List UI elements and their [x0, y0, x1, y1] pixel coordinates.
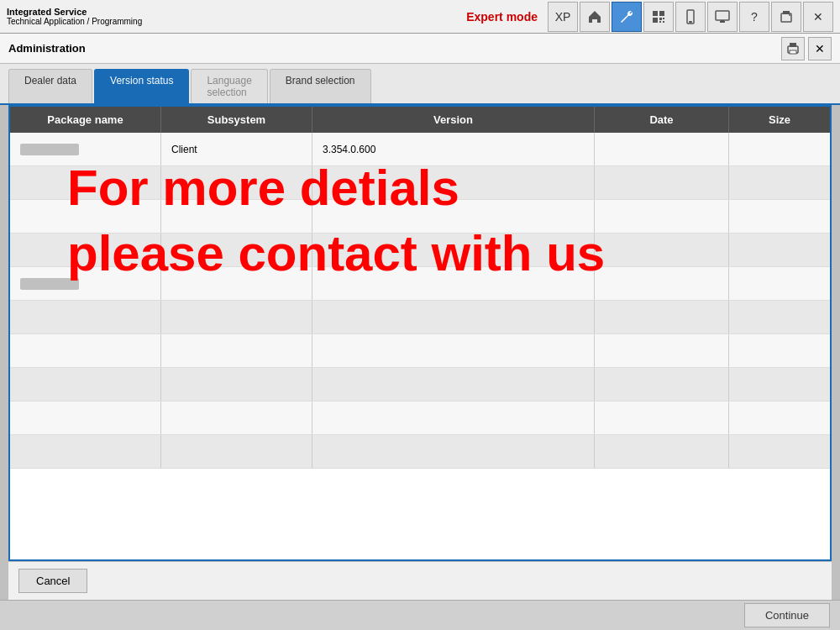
blurred-package-name — [20, 144, 79, 155]
svg-rect-4 — [663, 21, 664, 23]
svg-rect-17 — [790, 50, 796, 54]
svg-rect-8 — [689, 21, 692, 23]
table-cell — [595, 267, 729, 300]
table-cell-subsystem: Client — [161, 133, 312, 165]
table-cell — [161, 368, 312, 401]
table-cell — [312, 368, 595, 401]
table-cell — [312, 234, 595, 266]
table-cell — [729, 368, 830, 401]
tab-brand-selection[interactable]: Brand selection — [270, 69, 371, 103]
top-toolbar: Integrated Service Technical Application… — [0, 0, 840, 34]
admin-bar: Administration ✕ — [0, 34, 840, 64]
table-cell — [729, 402, 830, 434]
footer: Continue — [0, 600, 840, 630]
table-cell — [10, 334, 161, 367]
svg-rect-5 — [659, 21, 661, 23]
admin-close-btn[interactable]: ✕ — [808, 37, 832, 60]
table-cell-date — [595, 133, 729, 165]
table-cell — [595, 402, 729, 434]
table-cell — [161, 334, 312, 367]
col-package-name: Package name — [10, 107, 161, 133]
table-cell — [161, 166, 312, 199]
tab-version-status[interactable]: Version status — [94, 69, 189, 103]
toolbar-btn-home[interactable] — [580, 2, 610, 32]
table-cell — [10, 234, 161, 266]
table-cell — [312, 166, 595, 199]
col-version: Version — [312, 107, 595, 133]
col-size: Size — [729, 107, 830, 133]
table-row — [10, 334, 830, 368]
svg-rect-3 — [659, 18, 662, 20]
page-wrapper: Integrated Service Technical Application… — [0, 0, 840, 630]
col-subsystem: Subsystem — [161, 107, 312, 133]
table-cell — [10, 267, 161, 300]
table-cell — [729, 267, 830, 300]
table-cell — [161, 267, 312, 300]
svg-rect-2 — [653, 18, 658, 23]
app-title-line1: Integrated Service — [7, 7, 466, 17]
admin-bar-icons: ✕ — [781, 37, 832, 60]
table-cell — [312, 200, 595, 233]
table-cell — [312, 301, 595, 333]
table-cell — [312, 334, 595, 367]
table-row — [10, 368, 830, 402]
expert-mode-label: Expert mode — [466, 10, 538, 24]
table-row — [10, 301, 830, 334]
tab-dealer-data[interactable]: Dealer data — [8, 69, 92, 103]
table-cell — [595, 334, 729, 367]
toolbar-btn-xp[interactable]: XP — [548, 2, 578, 32]
cancel-button[interactable]: Cancel — [18, 569, 87, 593]
svg-rect-9 — [716, 11, 729, 20]
tabs-row: Dealer data Version status Languageselec… — [0, 64, 840, 105]
table-cell — [10, 301, 161, 333]
table-row — [10, 402, 830, 435]
toolbar-btn-monitor[interactable] — [707, 2, 738, 32]
table-cell — [161, 402, 312, 434]
toolbar-btn-help[interactable]: ? — [739, 2, 769, 32]
admin-bar-title: Administration — [8, 42, 86, 55]
table-cell — [161, 435, 312, 468]
table-row: Client 3.354.0.600 — [10, 133, 830, 166]
toolbar-btn-fax[interactable] — [771, 2, 801, 32]
toolbar-btn-qr[interactable] — [643, 2, 674, 32]
app-title-area: Integrated Service Technical Application… — [7, 7, 466, 26]
table-row — [10, 200, 830, 234]
svg-point-14 — [789, 14, 790, 16]
svg-rect-13 — [783, 11, 790, 14]
table-cell-version: 3.354.0.600 — [312, 133, 595, 165]
svg-rect-0 — [653, 11, 658, 16]
table-cell — [161, 200, 312, 233]
tab-language-selection[interactable]: Languageselection — [191, 69, 267, 103]
toolbar-buttons: XP ? ✕ — [548, 2, 833, 32]
table-body: Client 3.354.0.600 — [10, 133, 830, 469]
table-cell — [595, 234, 729, 266]
table-cell — [161, 234, 312, 266]
table-cell — [312, 402, 595, 434]
table-cell — [10, 435, 161, 468]
app-title-line2: Technical Application / Programming — [7, 17, 466, 26]
table-cell — [729, 166, 830, 199]
table-cell — [729, 301, 830, 333]
table-cell — [729, 234, 830, 266]
table-cell — [595, 200, 729, 233]
table-row — [10, 166, 830, 200]
table-cell — [595, 435, 729, 468]
print-icon-btn[interactable] — [781, 37, 805, 60]
toolbar-btn-phone[interactable] — [675, 2, 706, 32]
table-cell — [729, 435, 830, 468]
bottom-action-area: Cancel — [8, 561, 832, 600]
table-row — [10, 267, 830, 301]
continue-button[interactable]: Continue — [744, 603, 830, 627]
table-cell — [595, 368, 729, 401]
table-cell — [10, 133, 161, 165]
svg-rect-11 — [721, 20, 724, 22]
content-wrapper: Dealer data Version status Languageselec… — [0, 64, 840, 600]
main-content: Package name Subsystem Version Date Size… — [8, 105, 832, 561]
table-cell — [595, 166, 729, 199]
table-cell — [10, 368, 161, 401]
table-cell — [10, 166, 161, 199]
table-row — [10, 435, 830, 469]
toolbar-btn-wrench[interactable] — [612, 2, 642, 32]
toolbar-btn-close[interactable]: ✕ — [803, 2, 833, 32]
table-cell — [10, 402, 161, 434]
